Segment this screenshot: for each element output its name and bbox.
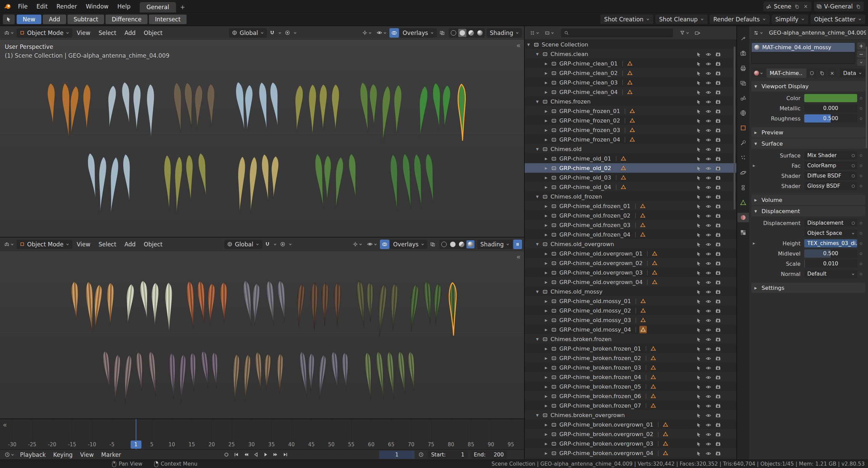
disable-render-toggle[interactable]: [715, 450, 721, 456]
hide-viewport-toggle[interactable]: [706, 279, 711, 285]
outliner-row-item[interactable]: ▶ GRP-chime_old.frozen_04: [525, 230, 736, 239]
properties-tab-particles[interactable]: [737, 153, 749, 163]
xray-toggle[interactable]: [428, 240, 437, 249]
animate-property-button[interactable]: [857, 107, 865, 110]
expand-tree-icon[interactable]: ▶: [542, 233, 550, 237]
disable-render-toggle[interactable]: [715, 51, 721, 57]
expand-tree-icon[interactable]: ▶: [542, 280, 550, 284]
chime-object[interactable]: [105, 282, 115, 327]
chime-object[interactable]: [131, 83, 142, 131]
outliner-row-item[interactable]: ▶ GRP-chime_broken.frozen_01: [525, 344, 736, 353]
snap-toggle[interactable]: [263, 240, 272, 249]
mesh-data-icon[interactable]: [662, 430, 669, 438]
outliner-row-item[interactable]: ▶ GRP-chime_broken.overgrown_04: [525, 448, 736, 458]
selectable-toggle[interactable]: [696, 127, 701, 133]
chime-object[interactable]: [176, 353, 187, 405]
expand-tree-icon[interactable]: ▶: [542, 318, 550, 322]
selectable-toggle[interactable]: [696, 51, 701, 57]
chime-object[interactable]: [206, 83, 215, 128]
chime-object[interactable]: [414, 85, 429, 138]
disable-render-toggle[interactable]: [715, 317, 721, 323]
orientation-dropdown[interactable]: Global: [229, 28, 267, 38]
disable-render-toggle[interactable]: [715, 127, 721, 133]
properties-tab-scene[interactable]: [737, 93, 749, 103]
outliner-row-item[interactable]: ▶ GRP-chime_old_04: [525, 182, 736, 192]
chime-object[interactable]: [199, 350, 212, 390]
outliner-row-collection[interactable]: ▼ Chimes.frozen: [525, 97, 736, 106]
hide-viewport-toggle[interactable]: [706, 431, 711, 437]
selectable-toggle[interactable]: [696, 336, 701, 342]
collapse-tree-icon[interactable]: ▼: [534, 290, 541, 294]
hide-viewport-toggle[interactable]: [706, 250, 711, 257]
mesh-data-icon[interactable]: [639, 212, 647, 219]
outliner-row-item[interactable]: ▶ GRP-chime_old.frozen_01: [525, 201, 736, 211]
proportional-editing-toggle[interactable]: [278, 240, 287, 249]
expand-tree-icon[interactable]: ▶: [542, 62, 550, 65]
hide-viewport-toggle[interactable]: [706, 288, 711, 295]
selectable-toggle[interactable]: [696, 403, 701, 409]
hide-viewport-toggle[interactable]: [706, 336, 711, 342]
outliner-row-item[interactable]: ▶ GRP-chime_clean_01: [525, 59, 736, 68]
panel-header-volume[interactable]: ▶Volume: [751, 195, 865, 205]
selectable-toggle[interactable]: [696, 231, 701, 238]
expand-tree-icon[interactable]: ▶: [542, 214, 550, 218]
properties-scrollbar[interactable]: [866, 46, 867, 148]
selectable-toggle[interactable]: [696, 165, 701, 171]
outliner-row-item[interactable]: ▶ GRP-chime_broken.overgrown_02: [525, 429, 736, 439]
hide-viewport-toggle[interactable]: [706, 155, 711, 162]
expand-tree-icon[interactable]: ▶: [542, 271, 550, 275]
panel-header-settings[interactable]: ▶Settings: [751, 283, 865, 293]
hide-viewport-toggle[interactable]: [706, 307, 711, 314]
hide-viewport-toggle[interactable]: [706, 441, 711, 447]
expand-tree-icon[interactable]: ▶: [542, 432, 550, 436]
selectable-toggle[interactable]: [696, 260, 701, 266]
selectable-toggle[interactable]: [696, 146, 701, 152]
disable-render-toggle[interactable]: [715, 422, 721, 428]
selectable-toggle[interactable]: [696, 288, 701, 295]
disable-render-toggle[interactable]: [715, 431, 721, 437]
proportional-dropdown[interactable]: [293, 28, 297, 38]
hide-viewport-toggle[interactable]: [706, 136, 711, 143]
mode-dropdown[interactable]: Object Mode: [17, 28, 72, 38]
animate-property-button[interactable]: [857, 273, 865, 275]
timeline-menu-keying[interactable]: Keying: [50, 451, 76, 458]
slider-roughness[interactable]: 0.500: [804, 114, 857, 123]
animate-property-button[interactable]: [857, 252, 865, 255]
selectable-toggle[interactable]: [696, 89, 701, 95]
hide-viewport-toggle[interactable]: [706, 422, 711, 428]
chime-object[interactable]: [185, 280, 197, 330]
snap-toggle[interactable]: [268, 28, 277, 38]
outliner-row-item[interactable]: ▶ GRP-chime_broken.frozen_06: [525, 391, 736, 401]
proportional-dropdown[interactable]: [288, 240, 293, 249]
selectable-toggle[interactable]: [696, 412, 701, 418]
collapse-tree-icon[interactable]: ▼: [534, 337, 541, 341]
region-expand-icon[interactable]: «: [3, 422, 7, 428]
panel-header-displacement[interactable]: ▼Displacement: [751, 206, 865, 216]
collapse-tree-icon[interactable]: ▼: [534, 242, 541, 246]
chime-object[interactable]: [210, 351, 220, 390]
hide-viewport-toggle[interactable]: [706, 450, 711, 456]
expand-property-icon[interactable]: ▶: [751, 164, 757, 167]
outliner-search-input[interactable]: [561, 29, 673, 37]
viewport-bottom-canvas[interactable]: «: [0, 251, 524, 418]
disable-render-toggle[interactable]: [715, 269, 721, 276]
selected-chime-object[interactable]: [457, 83, 467, 142]
animate-property-button[interactable]: [857, 242, 865, 245]
selectable-toggle[interactable]: [696, 393, 701, 399]
timeline-scrub-area[interactable]: « -30-25-20-15-10-5510152025303540455055…: [0, 419, 524, 450]
snap-dropdown[interactable]: [277, 28, 282, 38]
chime-object[interactable]: [262, 353, 272, 391]
outliner-row-item[interactable]: ▶ GRP-chime_old.mossy_04: [525, 325, 736, 334]
orientation-dropdown[interactable]: Global: [224, 240, 262, 249]
expand-tree-icon[interactable]: ▶: [542, 385, 550, 389]
animate-property-button[interactable]: [857, 232, 865, 235]
hide-viewport-toggle[interactable]: [706, 269, 711, 276]
chime-object[interactable]: [104, 85, 118, 129]
selectable-toggle[interactable]: [696, 117, 701, 124]
shading-dropdown[interactable]: Shading: [477, 240, 513, 249]
bool-subtract-button[interactable]: Subtract: [67, 15, 104, 24]
disable-render-toggle[interactable]: [715, 383, 721, 390]
browse-material-button[interactable]: [751, 69, 766, 78]
selectable-toggle[interactable]: [696, 355, 701, 361]
disable-render-toggle[interactable]: [715, 165, 721, 171]
